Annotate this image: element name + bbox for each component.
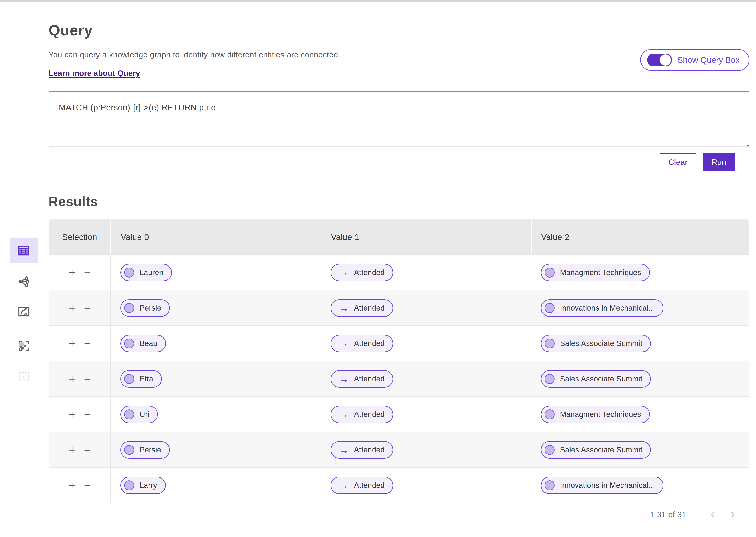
collapse-row-button[interactable]: − (83, 444, 92, 455)
table-view-button[interactable] (10, 238, 38, 263)
node-label: Sales Associate Summit (560, 375, 642, 383)
node-pill[interactable]: Lauren (120, 264, 172, 281)
expand-row-button[interactable]: + (67, 338, 77, 349)
run-button[interactable]: Run (703, 153, 735, 171)
query-footer: Clear Run (49, 147, 749, 178)
node-circle-icon (545, 445, 555, 455)
node-pill[interactable]: Persie (120, 299, 170, 317)
node-label: Persie (139, 445, 161, 454)
previous-page-button[interactable] (707, 509, 718, 520)
node-circle-icon (545, 374, 555, 384)
selection-cell: + − (49, 468, 110, 503)
value1-cell: →Attended (321, 468, 531, 503)
expand-row-button[interactable]: + (67, 267, 77, 278)
expand-view-button[interactable] (10, 370, 38, 384)
intro-row: You can query a knowledge graph to ident… (49, 50, 749, 78)
value2-cell: Sales Associate Summit (531, 326, 749, 361)
node-circle-icon (124, 409, 134, 419)
collapse-row-button[interactable]: − (83, 480, 92, 491)
collapse-row-button[interactable]: − (83, 409, 92, 420)
node-pill[interactable]: Innovations in Mechanical... (541, 299, 663, 317)
node-pill[interactable]: Beau (120, 335, 166, 352)
edge-label: Attended (354, 410, 385, 419)
node-label: Sales Associate Summit (560, 339, 642, 348)
node-label: Persie (139, 304, 161, 312)
node-label: Beau (139, 339, 157, 348)
arrow-right-icon: → (339, 268, 349, 277)
expand-row-button[interactable]: + (67, 480, 77, 491)
toolbar-divider (10, 327, 38, 327)
results-table: Selection Value 0 Value 1 Value 2 + − La… (49, 219, 749, 526)
node-label: Lauren (139, 268, 163, 277)
chevron-left-icon (707, 509, 718, 520)
query-input[interactable]: MATCH (p:Person)-[r]->(e) RETURN p,r,e (49, 92, 749, 147)
edge-label: Attended (354, 445, 385, 454)
selection-cell: + − (49, 326, 110, 361)
value0-cell: Larry (110, 468, 321, 503)
collapse-row-button[interactable]: − (83, 373, 92, 385)
node-pill[interactable]: Etta (120, 370, 162, 388)
arrow-right-icon: → (339, 303, 349, 313)
node-pill[interactable]: Larry (120, 476, 166, 494)
value0-cell: Etta (110, 361, 321, 396)
table-header-row: Selection Value 0 Value 1 Value 2 (49, 220, 749, 255)
edge-pill[interactable]: →Attended (331, 441, 393, 459)
node-label: Managment Techniques (560, 410, 641, 419)
node-label: Larry (139, 481, 157, 490)
node-pill[interactable]: Sales Associate Summit (541, 335, 651, 352)
column-header-selection: Selection (49, 220, 110, 255)
table-row: + − Lauren →Attended Managment Technique… (49, 255, 749, 290)
node-pill[interactable]: Sales Associate Summit (541, 441, 651, 459)
node-pill[interactable]: Persie (120, 441, 170, 459)
selection-cell: + − (49, 361, 110, 396)
edge-pill[interactable]: →Attended (331, 264, 393, 281)
learn-more-link[interactable]: Learn more about Query (49, 69, 140, 78)
value2-cell: Sales Associate Summit (531, 432, 749, 467)
arrow-right-icon: → (339, 410, 349, 419)
column-header-value1: Value 1 (321, 220, 531, 255)
edge-pill[interactable]: →Attended (331, 370, 393, 388)
map-icon (17, 339, 31, 353)
graph-view-button[interactable] (10, 275, 38, 289)
expand-icon (17, 370, 31, 384)
edge-label: Attended (354, 339, 385, 348)
toggle-knob (660, 54, 671, 65)
table-row: + − Uri →Attended Managment Techniques (49, 396, 749, 432)
show-query-box-toggle[interactable]: Show Query Box (640, 49, 749, 71)
collapse-row-button[interactable]: − (83, 338, 92, 349)
toggle-switch-icon (647, 54, 672, 66)
expand-row-button[interactable]: + (67, 373, 77, 385)
node-circle-icon (124, 268, 134, 277)
node-circle-icon (124, 339, 134, 349)
edge-pill[interactable]: →Attended (331, 335, 393, 352)
node-label: Innovations in Mechanical... (560, 481, 655, 490)
arrow-right-icon: → (339, 445, 349, 455)
edge-pill[interactable]: →Attended (331, 299, 393, 317)
expand-row-button[interactable]: + (67, 409, 77, 420)
column-header-value0: Value 0 (110, 220, 321, 255)
node-circle-icon (545, 409, 555, 419)
node-pill[interactable]: Sales Associate Summit (541, 370, 651, 388)
node-pill[interactable]: Uri (120, 406, 158, 423)
map-view-button[interactable] (10, 339, 38, 353)
chart-view-button[interactable] (10, 305, 38, 318)
edge-pill[interactable]: →Attended (331, 406, 393, 423)
node-pill[interactable]: Managment Techniques (541, 264, 650, 281)
value0-cell: Persie (110, 290, 321, 325)
node-pill[interactable]: Innovations in Mechanical... (541, 476, 663, 494)
edge-pill[interactable]: →Attended (331, 476, 393, 494)
toggle-label: Show Query Box (677, 55, 739, 65)
results-area: Selection Value 0 Value 1 Value 2 + − La… (49, 219, 749, 526)
node-circle-icon (545, 268, 555, 277)
arrow-right-icon: → (339, 374, 349, 384)
results-title: Results (49, 194, 749, 209)
node-pill[interactable]: Managment Techniques (541, 406, 650, 423)
node-label: Innovations in Mechanical... (560, 304, 655, 312)
next-page-button[interactable] (727, 509, 738, 520)
collapse-row-button[interactable]: − (83, 303, 92, 313)
expand-row-button[interactable]: + (67, 303, 77, 313)
node-circle-icon (124, 374, 134, 384)
expand-row-button[interactable]: + (67, 444, 77, 455)
collapse-row-button[interactable]: − (83, 267, 92, 278)
clear-button[interactable]: Clear (659, 153, 696, 171)
